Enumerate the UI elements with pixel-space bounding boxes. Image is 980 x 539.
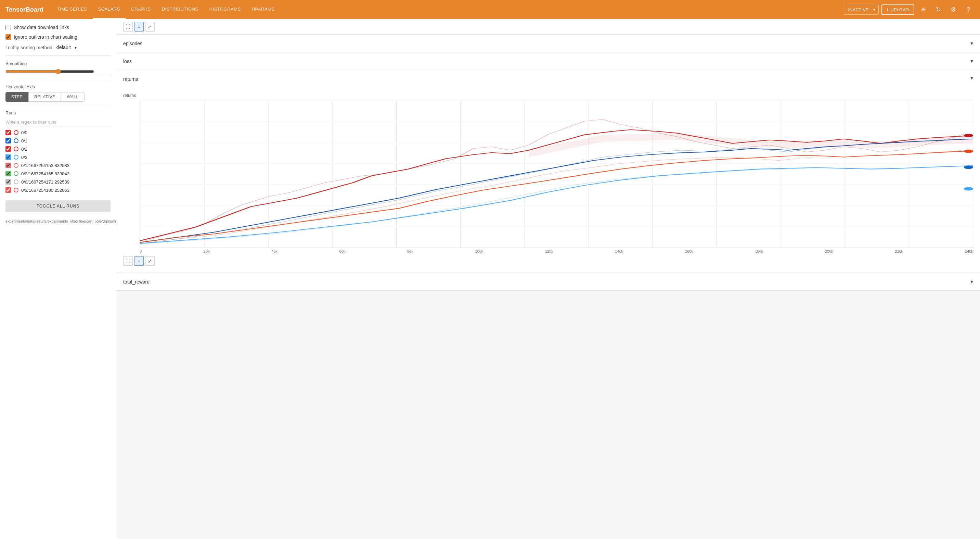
run-dot-4 bbox=[14, 163, 19, 168]
inactive-select[interactable]: INACTIVE bbox=[844, 5, 879, 15]
svg-point-4 bbox=[964, 187, 973, 190]
run-checkbox-2[interactable] bbox=[5, 146, 11, 152]
axis-section: Horizontal Axis STEP RELATIVE WALL bbox=[5, 84, 111, 102]
section-returns: returns ▴ returns 100200300400500600700 bbox=[116, 70, 980, 273]
refresh-button[interactable]: ↻ bbox=[932, 3, 944, 16]
total-reward-chevron-icon: ▾ bbox=[970, 278, 973, 285]
run-item[interactable]: 0/2/1667254165.833842 bbox=[5, 170, 111, 177]
run-item[interactable]: 0/1 bbox=[5, 137, 111, 144]
run-item[interactable]: 0/2 bbox=[5, 145, 111, 152]
tooltip-row: Tooltip sorting method: default bbox=[5, 44, 111, 51]
run-item[interactable]: 0/0 bbox=[5, 129, 111, 136]
fit-chart-button[interactable]: ⛶ bbox=[123, 256, 133, 266]
fit-button-top[interactable]: ⛶ bbox=[123, 22, 133, 32]
x-label: 60k bbox=[339, 249, 345, 254]
section-episodes-title: episodes bbox=[123, 41, 142, 46]
nav-histograms[interactable]: HISTOGRAMS bbox=[204, 0, 247, 19]
upload-button[interactable]: ℹ UPLOAD bbox=[881, 5, 914, 15]
show-download-checkbox[interactable] bbox=[5, 25, 11, 30]
nav-scalars[interactable]: SCALARS bbox=[93, 0, 126, 19]
tooltip-select-wrapper: default bbox=[56, 44, 78, 51]
nav-distributions[interactable]: DISTRIBUTIONS bbox=[156, 0, 204, 19]
expand-button-top[interactable]: ⤢ bbox=[145, 22, 155, 32]
run-label-4: 0/1/1667254153.832583 bbox=[21, 163, 70, 168]
chart-svg bbox=[140, 100, 973, 247]
run-item[interactable]: 0/3 bbox=[5, 154, 111, 161]
settings-button[interactable]: ⚙ bbox=[947, 3, 959, 16]
ignore-outliers-checkbox[interactable] bbox=[5, 34, 11, 40]
run-checkbox-4[interactable] bbox=[5, 163, 11, 168]
run-label-2: 0/2 bbox=[21, 147, 27, 152]
smoothing-slider[interactable] bbox=[5, 69, 94, 74]
ignore-outliers-label: Ignore outliers in chart scaling bbox=[14, 34, 77, 40]
run-checkbox-5[interactable] bbox=[5, 171, 11, 176]
section-loss: loss ▾ bbox=[116, 53, 980, 70]
smoothing-value[interactable]: 0.6 bbox=[97, 69, 111, 74]
section-returns-title: returns bbox=[123, 77, 138, 82]
section-returns-header[interactable]: returns ▴ bbox=[116, 70, 980, 88]
ignore-outliers-row[interactable]: Ignore outliers in chart scaling bbox=[5, 34, 111, 40]
nav-graphs[interactable]: GRAPHS bbox=[126, 0, 156, 19]
nav-links: TIME SERIES SCALARS GRAPHS DISTRIBUTIONS… bbox=[52, 0, 844, 19]
section-loss-title: loss bbox=[123, 59, 132, 64]
section-total-reward-header[interactable]: total_reward ▾ bbox=[116, 273, 980, 290]
nav-hparams[interactable]: HPARAMS bbox=[247, 0, 280, 19]
x-label: 80k bbox=[407, 249, 414, 254]
x-label: 140k bbox=[615, 249, 623, 254]
x-label: 180k bbox=[755, 249, 763, 254]
chart-wrapper: 100200300400500600700 bbox=[123, 100, 973, 254]
show-download-row[interactable]: Show data download links bbox=[5, 25, 111, 30]
x-label: 40k bbox=[271, 249, 277, 254]
run-label-7: 0/3/1667254180.252863 bbox=[21, 188, 70, 193]
axis-step-button[interactable]: STEP bbox=[5, 92, 29, 102]
run-item[interactable]: 0/1/1667254153.832583 bbox=[5, 162, 111, 169]
smoothing-section: Smoothing 0.6 bbox=[5, 60, 111, 76]
toggle-all-button[interactable]: TOGGLE ALL RUNS bbox=[5, 200, 111, 212]
svg-point-3 bbox=[964, 166, 973, 169]
episodes-chevron-icon: ▾ bbox=[970, 40, 973, 46]
expand-chart-button[interactable]: ⤢ bbox=[145, 256, 155, 266]
run-label-0: 0/0 bbox=[21, 130, 27, 135]
light-icon: ☀ bbox=[920, 6, 926, 13]
main-layout: Show data download links Ignore outliers… bbox=[0, 19, 980, 539]
x-label: 100k bbox=[475, 249, 483, 254]
help-button[interactable]: ? bbox=[962, 3, 975, 16]
sidebar: Show data download links Ignore outliers… bbox=[0, 19, 116, 539]
section-loss-header[interactable]: loss ▾ bbox=[116, 53, 980, 70]
loss-chevron-icon: ▾ bbox=[970, 58, 973, 64]
light-theme-button[interactable]: ☀ bbox=[917, 3, 929, 16]
x-axis-labels: 020k40k60k80k100k120k140k160k180k200k220… bbox=[140, 248, 973, 254]
section-total-reward-title: total_reward bbox=[123, 279, 150, 285]
top-icon-strip: ⛶ ≡ ⤢ bbox=[116, 19, 980, 35]
run-label-5: 0/2/1667254165.833842 bbox=[21, 171, 70, 176]
show-download-label: Show data download links bbox=[14, 25, 69, 30]
run-checkbox-3[interactable] bbox=[5, 155, 11, 160]
run-checkbox-7[interactable] bbox=[5, 187, 11, 193]
axis-relative-button[interactable]: RELATIVE bbox=[29, 92, 61, 102]
section-episodes-header[interactable]: episodes ▾ bbox=[116, 35, 980, 52]
run-dot-6 bbox=[14, 179, 19, 184]
tooltip-select[interactable]: default bbox=[56, 44, 78, 51]
run-checkbox-1[interactable] bbox=[5, 138, 11, 144]
chart-container: returns 100200300400500600700 bbox=[116, 88, 980, 273]
axis-wall-button[interactable]: WALL bbox=[61, 92, 84, 102]
runs-list: 0/00/10/20/30/1/1667254153.8325830/2/166… bbox=[5, 129, 111, 193]
run-checkbox-6[interactable] bbox=[5, 179, 11, 185]
slider-row: 0.6 bbox=[5, 69, 111, 74]
divider-1 bbox=[5, 55, 111, 56]
x-label: 160k bbox=[685, 249, 693, 254]
list-chart-button[interactable]: ≡ bbox=[134, 256, 144, 266]
section-total-reward: total_reward ▾ bbox=[116, 273, 980, 291]
runs-filter-input[interactable] bbox=[5, 118, 111, 126]
run-dot-3 bbox=[14, 155, 19, 159]
run-item[interactable]: 0/3/1667254180.252863 bbox=[5, 187, 111, 193]
nav-time-series[interactable]: TIME SERIES bbox=[52, 0, 93, 19]
run-checkbox-0[interactable] bbox=[5, 130, 11, 135]
list-button-top[interactable]: ≡ bbox=[134, 22, 144, 32]
run-dot-5 bbox=[14, 171, 19, 176]
run-label-1: 0/1 bbox=[21, 138, 27, 144]
main-content: ⛶ ≡ ⤢ episodes ▾ loss ▾ returns ▴ r bbox=[116, 19, 980, 539]
run-item[interactable]: 0/0/1667254171.292539 bbox=[5, 179, 111, 185]
run-dot-1 bbox=[14, 138, 19, 143]
runs-section: Runs 0/00/10/20/30/1/1667254153.8325830/… bbox=[5, 110, 111, 193]
